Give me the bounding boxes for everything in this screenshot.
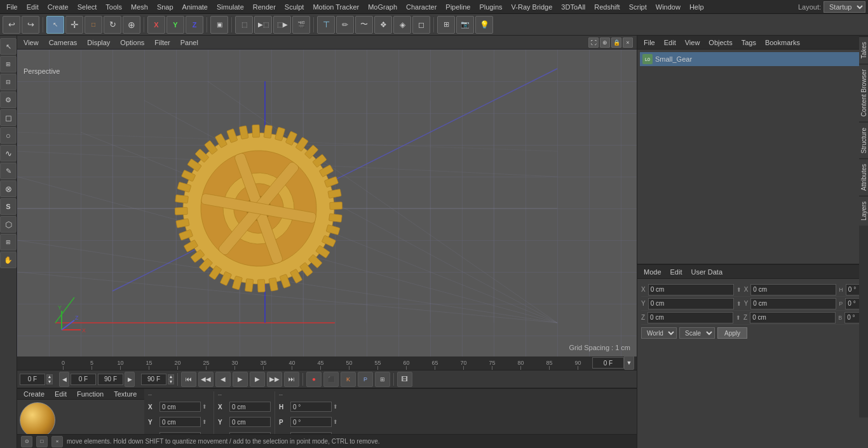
film-strip-button[interactable]: 🎞 <box>397 372 412 387</box>
left-tool-circle[interactable]: ○ <box>0 127 17 144</box>
viewport-menu-filter[interactable]: Filter <box>152 37 172 48</box>
preview-end-btn[interactable]: ▶ <box>125 372 135 387</box>
viewport-close-button[interactable]: × <box>623 37 633 48</box>
attr-y-pos[interactable] <box>648 298 734 309</box>
scale-tool-button[interactable]: ⊕ <box>123 16 140 34</box>
mat-menu-create[interactable]: Create <box>21 389 47 399</box>
preview-start-btn[interactable]: ◀ <box>59 372 69 387</box>
menu-mograph[interactable]: MoGraph <box>364 2 401 12</box>
object-button[interactable]: □ <box>85 16 102 34</box>
start-frame-up[interactable]: ▲ <box>46 374 53 379</box>
attr-apply-button[interactable]: Apply <box>717 327 747 339</box>
attr-menu-userdata[interactable]: User Data <box>689 267 726 277</box>
attr-y-world[interactable] <box>750 298 836 309</box>
tab-layers[interactable]: Layers <box>859 196 868 226</box>
end-frame-input[interactable] <box>141 374 166 385</box>
effector-button[interactable]: ◈ <box>393 16 411 34</box>
attr-menu-mode[interactable]: Mode <box>641 267 664 277</box>
menu-motion-tracker[interactable]: Motion Tracker <box>309 2 363 12</box>
rotate-tool-button[interactable]: ↻ <box>104 16 121 34</box>
pen-button[interactable]: ✏ <box>336 16 354 34</box>
status-btn-2[interactable]: □ <box>36 436 48 447</box>
menu-help[interactable]: Help <box>686 2 708 12</box>
axis-y-button[interactable]: Y <box>166 16 184 34</box>
menu-edit[interactable]: Edit <box>23 2 43 12</box>
left-tool-spline[interactable]: ∿ <box>0 145 17 161</box>
viewport-menu-view[interactable]: View <box>21 37 41 48</box>
attr-z-pos[interactable] <box>648 312 733 323</box>
tab-structure[interactable]: Structure <box>859 122 868 159</box>
menu-sculpt[interactable]: Sculpt <box>281 2 308 12</box>
frame-go-button[interactable]: ▼ <box>624 356 634 370</box>
mat-menu-texture[interactable]: Texture <box>111 389 139 399</box>
menu-render[interactable]: Render <box>249 2 280 12</box>
prev-keyframe-button[interactable]: ◀◀ <box>198 372 214 387</box>
end-frame-up[interactable]: ▲ <box>168 374 174 379</box>
viewport-menu-display[interactable]: Display <box>85 37 112 48</box>
left-tool-arrow[interactable]: ↖ <box>0 38 17 55</box>
redo-button[interactable]: ↪ <box>22 16 39 34</box>
left-tool-pen[interactable]: ✎ <box>0 163 17 179</box>
obj-menu-objects[interactable]: Objects <box>706 37 735 48</box>
undo-button[interactable]: ↩ <box>3 16 20 34</box>
tab-takes[interactable]: Takes <box>859 36 868 64</box>
key-position-button[interactable]: P <box>358 372 373 387</box>
viewport-menu-options[interactable]: Options <box>118 37 147 48</box>
interactive-render-button[interactable]: ▶⬚ <box>254 16 272 34</box>
attr-z-world[interactable] <box>750 312 836 323</box>
object-mode-button[interactable]: ▣ <box>210 16 228 34</box>
tab-attributes[interactable]: Attributes <box>859 158 868 196</box>
left-tool-gear[interactable]: ⚙ <box>0 92 17 108</box>
status-btn-1[interactable]: ⊙ <box>21 436 32 447</box>
left-tool-cube[interactable]: ◻ <box>0 109 17 126</box>
mat-menu-edit[interactable]: Edit <box>52 389 69 399</box>
tab-content-browser[interactable]: Content Browser <box>859 64 868 121</box>
wy-input[interactable] <box>229 417 271 427</box>
viewport-menu-panel[interactable]: Panel <box>178 37 201 48</box>
x-pos-input[interactable] <box>159 402 201 412</box>
p-input[interactable] <box>290 417 332 427</box>
menu-create[interactable]: Create <box>44 2 72 12</box>
viewport-lock-button[interactable]: 🔒 <box>611 37 621 48</box>
move-tool-button[interactable]: ✛ <box>65 16 83 34</box>
viewport-fullscreen-button[interactable]: ⛶ <box>588 37 599 48</box>
prev-frame-button[interactable]: ◀ <box>215 372 231 387</box>
attr-x-pos[interactable] <box>648 284 734 295</box>
left-tool-magnet[interactable]: ⊗ <box>0 180 17 197</box>
left-tool-hand[interactable]: ✋ <box>0 252 17 268</box>
left-tool-paint[interactable]: ⬡ <box>0 216 17 233</box>
mograph-color-button[interactable]: ⊞ <box>375 372 390 387</box>
menu-simulate[interactable]: Simulate <box>213 2 248 12</box>
attr-world-dropdown[interactable]: World <box>641 327 677 339</box>
obj-menu-bookmarks[interactable]: Bookmarks <box>763 37 803 48</box>
render-to-picture-viewer[interactable]: 🎬 <box>292 16 310 34</box>
mat-menu-function[interactable]: Function <box>74 389 106 399</box>
end-frame-down[interactable]: ▼ <box>168 379 174 384</box>
viewport-move-button[interactable]: ⊕ <box>600 37 610 48</box>
layout-select[interactable]: Startup <box>824 1 865 13</box>
object-row-small-gear[interactable]: L0 Small_Gear <box>640 52 868 66</box>
left-tool-grid[interactable]: ⊟ <box>0 74 17 90</box>
render-viewport-button[interactable]: ⬚▶ <box>273 16 291 34</box>
menu-mesh[interactable]: Mesh <box>127 2 152 12</box>
h-input[interactable] <box>290 402 332 412</box>
light-button[interactable]: 💡 <box>475 16 493 34</box>
obj-menu-edit[interactable]: Edit <box>661 37 679 48</box>
attr-scale-dropdown[interactable]: Scale <box>679 327 715 339</box>
menu-character[interactable]: Character <box>402 2 440 12</box>
play-button[interactable]: ▶ <box>233 372 248 387</box>
camera-button[interactable]: 📷 <box>456 16 474 34</box>
next-frame-button[interactable]: ▶ <box>250 372 265 387</box>
left-tool-grid2[interactable]: ⊞ <box>0 234 17 250</box>
top-view-button[interactable]: ⊤ <box>317 16 335 34</box>
menu-window[interactable]: Window <box>652 2 684 12</box>
viewport-canvas[interactable]: Perspective Grid Spacing : 1 cm X Y Z <box>17 50 637 356</box>
next-keyframe-button[interactable]: ▶▶ <box>267 372 282 387</box>
last-frame-button[interactable]: ⏭ <box>284 372 299 387</box>
menu-animate[interactable]: Animate <box>179 2 212 12</box>
record-button[interactable]: ● <box>306 372 322 387</box>
key-all-button[interactable]: K <box>341 372 356 387</box>
left-tool-checker[interactable]: ⊞ <box>0 56 17 72</box>
viewport-menu-cameras[interactable]: Cameras <box>46 37 80 48</box>
material-sphere[interactable] <box>20 402 55 438</box>
